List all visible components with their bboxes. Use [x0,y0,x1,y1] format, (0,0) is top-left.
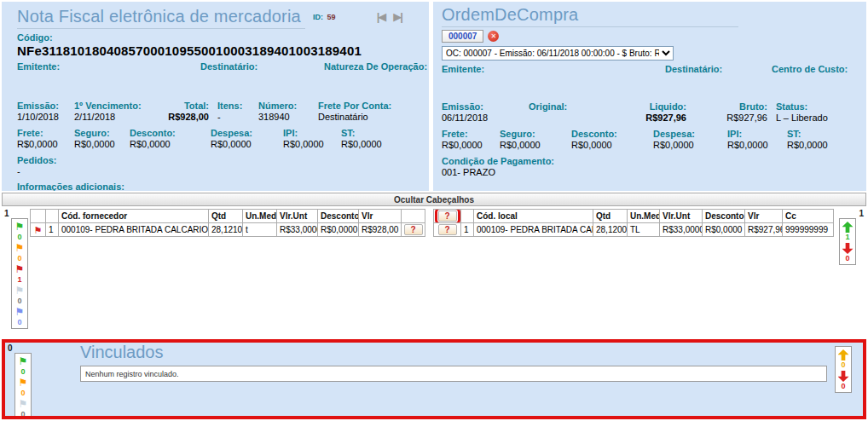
desconto-cell: R$0,0000 [318,223,359,237]
field-label: ST: [787,129,856,140]
field-seguro: Seguro: R$0,0000 [500,129,571,151]
field-label: Emissão: [442,101,529,112]
nfe-parties-row: Emitente: Destinatário: Natureza De Oper… [17,61,417,99]
nav-last-icon[interactable]: ▶| [393,10,402,23]
green-flag-icon[interactable]: ⚑ [15,221,25,233]
field-value: Destinatário [318,112,417,123]
field-value: 06/11/2018 [442,112,529,124]
header-cod-local: Cód. local [474,210,593,223]
header-vlrunt: Vlr.Unt [277,210,318,223]
table-row[interactable]: ? 1 000109- PEDRA BRITADA CALCARIO CALC … [434,223,834,237]
oc-select[interactable]: OC: 000007 - Emissão: 06/11/2018 00:00:0… [442,46,674,61]
oc-items-sidebar: 1 1 0 [838,208,866,337]
field-value: L – Liberado [776,112,856,124]
field-value: R$0,0000 [341,139,417,150]
field-label: Frete: [442,129,500,140]
nfe-items-count: 1 [4,209,28,218]
header-qtd: Qtd [593,210,628,223]
field-label: Número: [258,101,318,112]
green-flag-icon[interactable]: ⚑ [19,355,28,367]
move-up-icon[interactable] [838,349,849,360]
oc-items-count: 1 [841,209,864,218]
blue-flag-count: 0 [17,318,21,327]
field-value: 2/11/2018 [74,112,168,123]
vlr-cell: R$928,00 [359,223,402,237]
nfe-items-panel: 1 ⚑ 0 ⚑ 0 ⚑ 1 ⚑ 0 ⚑ 0 Cód. fornecedor Qt… [2,208,429,337]
nfe-values-row2: Frete: R$0,0000 Seguro: R$0,0000 Descont… [17,128,417,150]
oc-title: OrdemDeCompra [442,5,578,25]
oc-number-button[interactable]: 000007 [442,30,483,43]
field-value: R$0,0000 [727,140,787,151]
table-header-row: ? Cód. local Qtd Un.Med Vlr.Unt Desconto… [434,210,834,223]
oc-items-table: ? Cód. local Qtd Un.Med Vlr.Unt Desconto… [433,209,834,237]
field-value: R$0,0000 [653,140,727,151]
pale-flag-icon[interactable]: ⚑ [19,398,28,410]
red-flag-icon[interactable]: ⚑ [15,263,25,275]
field-label: Pedidos: [17,155,417,166]
nfe-id: ID: 59 [313,13,336,21]
nfe-items-sidebar: 1 ⚑ 0 ⚑ 0 ⚑ 1 ⚑ 0 ⚑ 0 [2,208,30,337]
field-value: R$0,0000 [571,140,653,151]
pale-flag-icon[interactable]: ⚑ [15,285,25,297]
field-value: R$0,0000 [787,140,856,151]
field-label: Despesa: [653,129,727,140]
field-label: IPI: [727,129,787,140]
move-up-icon[interactable] [842,222,854,233]
match-question-icon[interactable]: ? [404,224,423,235]
match-question-icon[interactable]: ? [438,224,457,235]
reorder-box: 0 0 [835,346,852,393]
field-codigo: Código: NFe31181018040857000109550010003… [17,32,417,58]
field-label: Desconto: [571,129,653,140]
nfe-values-row1: Emissão: 1/10/2018 1º Vencimento: 2/11/2… [17,101,417,123]
oc-tag-row: 000007 ✕ [442,30,856,43]
orange-flag-icon[interactable]: ⚑ [15,242,25,254]
header-cod-fornecedor: Cód. fornecedor [59,210,209,223]
field-st: ST: R$0,0000 [787,129,856,151]
desconto-cell: R$0,0000 [703,223,745,237]
nfe-title: Nota Fiscal eletrônica de mercadoria [17,7,301,26]
header-vlrunt: Vlr.Unt [660,210,703,223]
oc-title-row: OrdemDeCompra [442,5,856,25]
header-desconto: Desconto [703,210,745,223]
field-bruto: Bruto: R$927,96 [695,101,776,124]
vinculados-main: Vinculados Nenhum registro vinculado. [80,343,827,416]
field-value: R$0,0000 [130,139,211,150]
green-flag-count: 0 [20,367,25,377]
header-unmed: Un.Med [243,210,277,223]
field-despesa: Despesa: R$0,0000 [211,128,283,150]
remove-oc-icon[interactable]: ✕ [488,31,499,42]
field-label: Condição de Pagamento: [442,156,856,167]
orange-flag-count: 0 [20,389,25,398]
title-underline [442,26,738,27]
field-label: Despesa: [211,128,283,139]
field-emissao: Emissão: 1/10/2018 [17,101,74,123]
oc-values-row1: Emissão: 06/11/2018 Original: Liquido: R… [442,101,856,124]
field-numero: Número: 318940 [258,101,318,123]
nav-first-icon[interactable]: |◀ [377,10,385,23]
blue-flag-icon[interactable]: ⚑ [15,306,25,318]
nfe-access-key: NFe3118101804085700010955001000318940100… [17,43,417,58]
nfe-id-label: ID: [313,13,323,21]
field-value: 318940 [258,112,318,123]
field-label: Frete: [17,128,74,139]
row-number-cell: 1 [461,223,474,237]
field-label: Seguro: [500,129,571,140]
vinculados-arrows: 0 0 [834,343,863,416]
table-row[interactable]: ⚑ 1 000109- PEDRA BRITADA CALCARIO CALCI… [31,223,425,237]
vlrunt-cell: R$33,0000 [277,223,318,237]
field-label: Desconto: [130,128,211,139]
field-value [529,112,614,123]
move-down-icon[interactable] [838,371,849,382]
field-value: R$0,0000 [211,139,283,150]
red-flag-icon: ⚑ [34,225,43,235]
orange-flag-icon[interactable]: ⚑ [19,377,28,389]
match-question-icon[interactable]: ? [438,210,457,222]
ocultar-cabecalhos-button[interactable]: Ocultar Cabeçalhos [2,193,866,206]
move-down-icon[interactable] [842,243,854,254]
field-pedidos: Pedidos: - [17,155,417,177]
down-count: 0 [845,254,849,263]
header-rownum [46,210,59,223]
field-status: Status: L – Liberado [776,101,856,124]
table-header-row: Cód. fornecedor Qtd Un.Med Vlr.Unt Desco… [31,210,425,223]
field-label-centro-custo: Centro de Custo: [772,64,856,100]
